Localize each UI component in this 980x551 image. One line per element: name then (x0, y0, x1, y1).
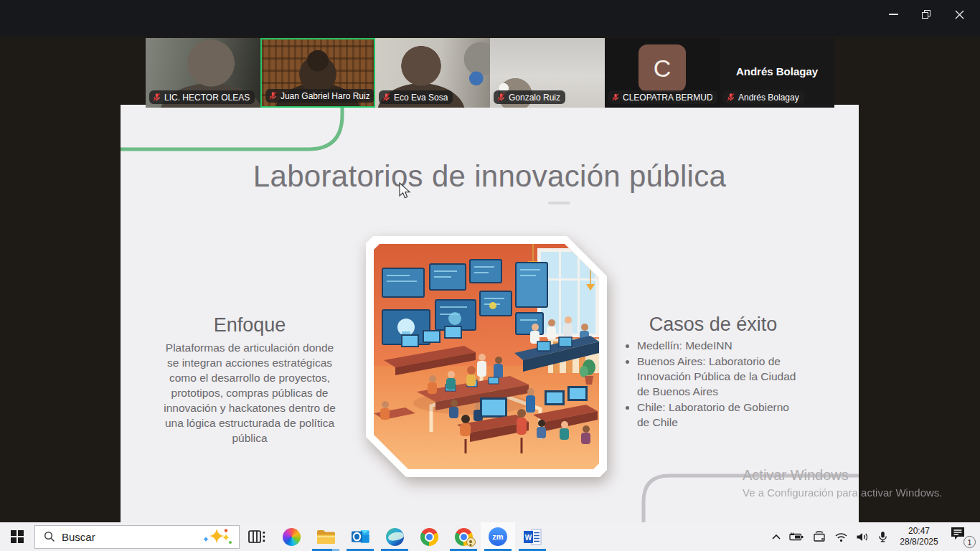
wifi-icon (834, 532, 848, 542)
search-icon (44, 531, 55, 542)
participant-name: LIC. HECTOR OLEAS (164, 93, 250, 103)
muted-mic-icon (496, 93, 506, 102)
wireless-display-icon (812, 531, 826, 542)
muted-mic-icon (152, 93, 161, 102)
meeting-stage: Laboratorios de innovación pública Enfoq… (0, 37, 980, 522)
muted-mic-icon (268, 91, 278, 100)
participant-name-label: Gonzalo Ruiz (494, 90, 565, 104)
restore-icon (922, 10, 930, 19)
outlook-button[interactable] (343, 522, 377, 551)
participant-name: Gonzalo Ruiz (509, 93, 560, 103)
microphone-icon (877, 531, 888, 542)
taskbar-search[interactable] (34, 525, 240, 549)
word-icon: W (523, 528, 542, 546)
window-controls (877, 3, 976, 26)
video-tile-cleopatra-bermudez[interactable]: C CLEOPATRA BERMUD... (605, 38, 720, 108)
connect-display-button[interactable] (812, 531, 826, 542)
participant-name: CLEOPATRA BERMUD... (623, 93, 712, 103)
chrome-button[interactable] (412, 522, 446, 551)
chrome-profile-button[interactable] (446, 522, 481, 551)
participant-name: Juan Gabriel Haro Ruiz (281, 91, 369, 101)
participant-name-label: Juan Gabriel Haro Ruiz (265, 89, 374, 103)
casos-list: Medellín: MedeINN Buenos Aires: Laborato… (623, 339, 804, 430)
participant-display-name: Andrés Bolagay (720, 65, 834, 77)
avatar: C (639, 44, 686, 92)
minimize-button[interactable] (877, 3, 910, 26)
zoom-icon: zm (489, 527, 507, 546)
participant-video-strip: LIC. HECTOR OLEAS Juan Gabriel Haro Ruiz… (146, 38, 834, 108)
taskbar-clock[interactable]: 20:47 28/8/2025 (896, 526, 942, 547)
muted-mic-icon (726, 93, 735, 102)
window-titlebar (0, 0, 980, 37)
copilot-button[interactable] (274, 522, 308, 551)
system-tray: 20:47 28/8/2025 1 (771, 526, 980, 547)
file-explorer-icon (316, 529, 336, 545)
video-tile-hector-oleas[interactable]: LIC. HECTOR OLEAS (146, 38, 260, 108)
search-input[interactable] (62, 531, 195, 543)
participant-name-label: Eco Eva Sosa (379, 90, 453, 104)
innovation-lab-illustration (374, 244, 599, 469)
copilot-icon (283, 528, 301, 546)
notification-count-badge: 1 (963, 536, 976, 548)
close-button[interactable] (943, 3, 976, 26)
enfoque-body: Plataformas de articulación donde se int… (159, 341, 340, 446)
slide-illustration-card (366, 236, 607, 477)
chrome-icon (420, 528, 438, 546)
casos-item: Buenos Aires: Laboratorio de Innovación … (637, 354, 804, 400)
edge-icon (386, 528, 404, 546)
video-tile-eco-eva-sosa[interactable]: Eco Eva Sosa (375, 38, 490, 108)
minimize-icon (889, 14, 898, 15)
participant-name-label: CLEOPATRA BERMUD... (608, 90, 717, 104)
casos-item: Medellín: MedeINN (637, 339, 804, 354)
muted-mic-icon (382, 93, 391, 102)
speaker-icon (856, 532, 870, 542)
shared-slide: Laboratorios de innovación pública Enfoq… (121, 105, 859, 522)
task-view-button[interactable] (240, 522, 274, 551)
participant-name-label: Andrés Bolagay (723, 90, 804, 104)
search-highlights-sparkle-icon (202, 527, 235, 546)
slide-title: Laboratorios de innovación pública (121, 159, 859, 194)
file-explorer-button[interactable] (308, 522, 343, 551)
participant-name-label: LIC. HECTOR OLEAS (149, 90, 255, 104)
volume-button[interactable] (856, 532, 870, 542)
zoom-app-button[interactable]: zm (481, 522, 515, 551)
outlook-icon (351, 528, 370, 546)
slide-right-section: Casos de éxito Medellín: MedeINN Buenos … (623, 314, 804, 431)
network-status-button[interactable] (834, 532, 848, 542)
microphone-button[interactable] (877, 531, 888, 542)
chevron-up-icon (771, 533, 781, 541)
casos-heading: Casos de éxito (623, 314, 804, 336)
title-divider (548, 202, 570, 204)
participant-name: Eco Eva Sosa (394, 93, 448, 103)
start-button[interactable] (0, 522, 34, 551)
video-tile-andres-bolagay[interactable]: Andrés Bolagay Andrés Bolagay (720, 38, 834, 108)
tray-chevron-button[interactable] (771, 533, 781, 541)
svg-text:W: W (524, 533, 532, 541)
windows-logo-icon (11, 530, 24, 543)
close-icon (955, 10, 964, 19)
notification-center-button[interactable]: 1 (950, 526, 974, 547)
slide-left-section: Enfoque Plataformas de articulación dond… (159, 314, 340, 446)
tray-date: 28/8/2025 (896, 537, 942, 547)
video-tile-juan-gabriel-haro-ruiz[interactable]: Juan Gabriel Haro Ruiz (260, 38, 375, 108)
tray-time: 20:47 (896, 526, 942, 537)
video-tile-gonzalo-ruiz[interactable]: Gonzalo Ruiz (490, 38, 605, 108)
windows-taskbar: zm W (0, 522, 980, 551)
mouse-cursor (398, 182, 411, 199)
activate-windows-subtext: Ve a Configuración para activar Windows. (743, 486, 942, 499)
restore-button[interactable] (910, 3, 943, 26)
casos-item: Chile: Laboratorio de Gobierno de Chile (637, 400, 804, 430)
muted-mic-icon (611, 93, 620, 102)
participant-name: Andrés Bolagay (738, 93, 799, 103)
zoom-icon-label: zm (492, 532, 503, 541)
word-button[interactable]: W (515, 522, 550, 551)
battery-status-button[interactable] (789, 532, 804, 542)
battery-charging-icon (789, 532, 804, 542)
activate-windows-watermark: Activar Windows (743, 467, 849, 484)
chrome-profile-badge-icon (466, 537, 476, 547)
enfoque-heading: Enfoque (159, 314, 340, 336)
edge-button[interactable] (377, 522, 412, 551)
task-view-icon (248, 528, 266, 545)
